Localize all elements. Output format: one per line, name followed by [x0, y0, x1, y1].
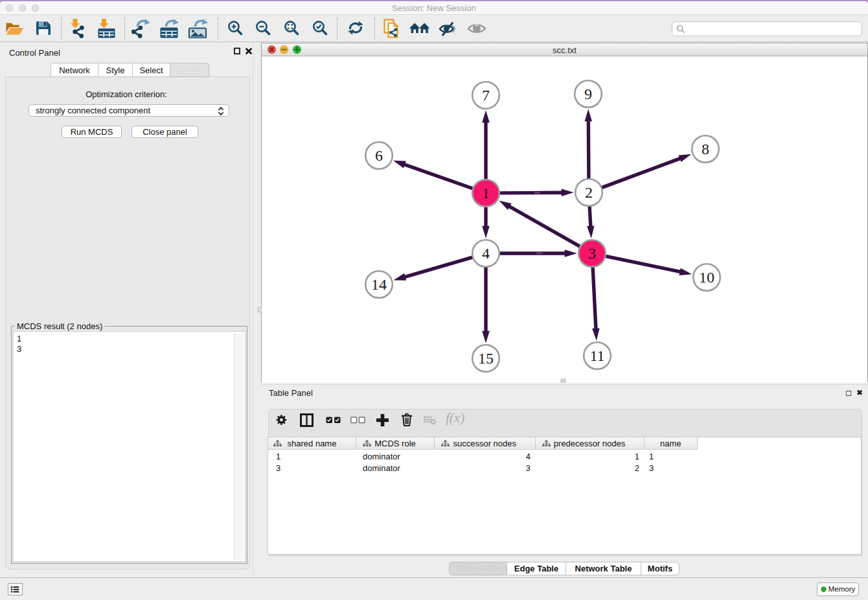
svg-text:2: 2 [585, 184, 593, 201]
svg-text:10: 10 [699, 269, 714, 286]
svg-text:14: 14 [371, 276, 387, 293]
svg-text:9: 9 [584, 86, 592, 102]
svg-text:8: 8 [702, 141, 709, 157]
svg-text:3: 3 [588, 245, 596, 262]
svg-text:1: 1 [482, 185, 490, 202]
svg-text:11: 11 [589, 347, 604, 364]
svg-text:7: 7 [482, 87, 490, 104]
svg-text:4: 4 [482, 245, 490, 262]
svg-text:15: 15 [478, 350, 494, 367]
svg-text:6: 6 [375, 147, 383, 164]
